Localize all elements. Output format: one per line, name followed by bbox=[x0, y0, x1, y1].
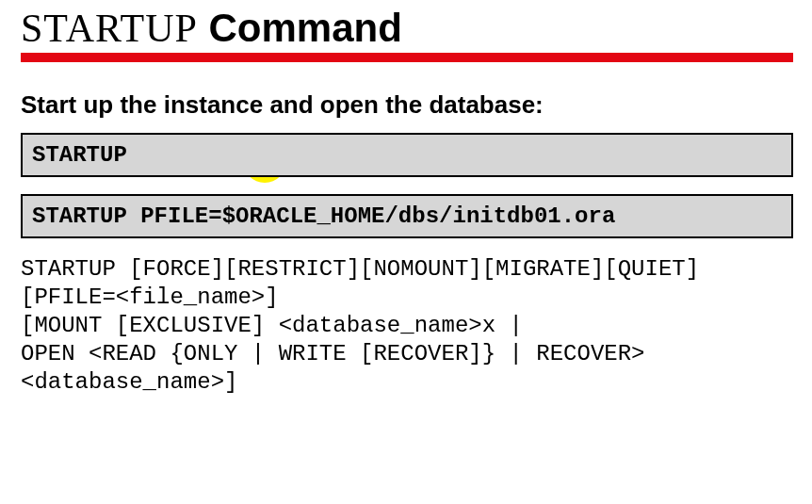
command-syntax: STARTUP [FORCE][RESTRICT][NOMOUNT][MIGRA… bbox=[21, 255, 793, 397]
sub-heading: Start up the instance and open the datab… bbox=[21, 90, 793, 120]
title-underline bbox=[21, 53, 793, 62]
code-example-startup: STARTUP bbox=[21, 133, 793, 177]
code-example-startup-pfile: STARTUP PFILE=$ORACLE_HOME/dbs/initdb01.… bbox=[21, 194, 793, 238]
title-word-command: Command bbox=[209, 6, 402, 50]
page-title: STARTUP Command bbox=[21, 8, 793, 49]
slide: STARTUP Command Start up the instance an… bbox=[0, 0, 812, 504]
title-word-startup: STARTUP bbox=[21, 7, 198, 50]
